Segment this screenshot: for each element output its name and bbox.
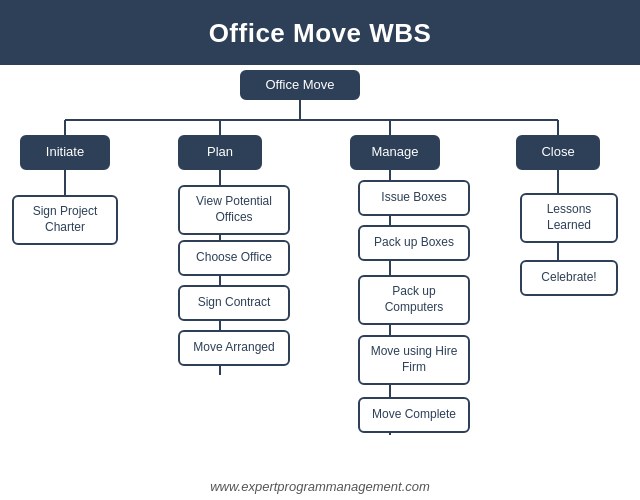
node-move-using-hire-firm: Move using Hire Firm [358, 335, 470, 385]
col-plan: Plan [178, 135, 262, 170]
node-sign-contract: Sign Contract [178, 285, 290, 321]
wbs-diagram: Office Move Initiate Sign Project Charte… [0, 65, 640, 455]
node-issue-boxes: Issue Boxes [358, 180, 470, 216]
node-celebrate: Celebrate! [520, 260, 618, 296]
root-node: Office Move [240, 70, 360, 100]
node-choose-office: Choose Office [178, 240, 290, 276]
footer-url: www.expertprogrammanagement.com [0, 479, 640, 494]
node-pack-up-computers: Pack up Computers [358, 275, 470, 325]
col-manage: Manage [350, 135, 440, 170]
node-sign-project-charter: Sign Project Charter [12, 195, 118, 245]
node-pack-up-boxes: Pack up Boxes [358, 225, 470, 261]
col-initiate: Initiate [20, 135, 110, 170]
node-move-arranged: Move Arranged [178, 330, 290, 366]
node-view-potential-offices: View Potential Offices [178, 185, 290, 235]
node-lessons-learned: Lessons Learned [520, 193, 618, 243]
col-close: Close [516, 135, 600, 170]
page-title: Office Move WBS [0, 0, 640, 65]
node-move-complete: Move Complete [358, 397, 470, 433]
